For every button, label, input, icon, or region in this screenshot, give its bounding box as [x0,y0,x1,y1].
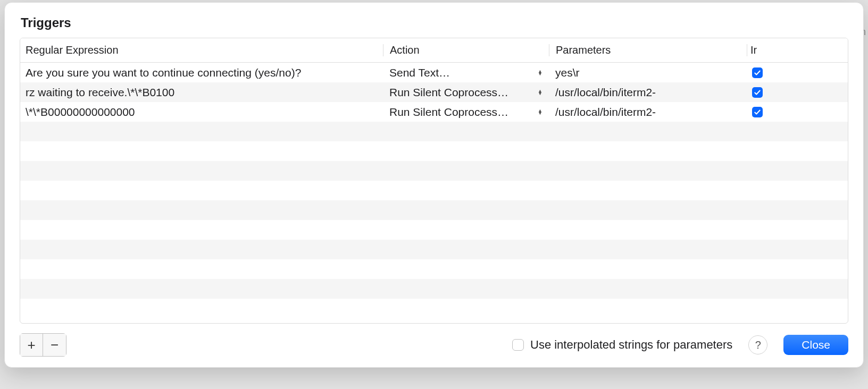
table-body: Are you sure you want to continue connec… [20,63,848,323]
cell-regex[interactable]: \*\*B00000000000000 [20,106,383,119]
dialog-footer: + − Use interpolated strings for paramet… [20,333,848,357]
table-row[interactable]: \*\*B00000000000000Run Silent Coprocess…… [20,102,848,122]
table-row [20,259,848,279]
column-header-action[interactable]: Action [383,44,549,56]
question-icon: ? [755,339,761,351]
column-header-params[interactable]: Parameters [549,44,747,56]
cell-ir[interactable] [747,67,768,78]
cell-action[interactable]: Run Silent Coprocess…▲▼ [383,86,549,99]
table-row[interactable]: rz waiting to receive.\*\*B0100Run Silen… [20,82,848,102]
table-row [20,240,848,259]
popup-stepper-icon: ▲▼ [538,70,542,75]
action-label: Send Text… [389,66,450,79]
table-header: Regular Expression Action Parameters Ir [20,38,848,63]
plus-icon: + [27,337,35,353]
action-label: Run Silent Coprocess… [389,86,508,99]
popup-stepper-icon: ▲▼ [538,109,542,115]
add-button[interactable]: + [20,333,43,357]
add-remove-group: + − [20,333,66,357]
cell-params[interactable]: yes\r [549,66,747,79]
table-row [20,279,848,299]
triggers-table: Regular Expression Action Parameters Ir … [20,38,848,324]
cell-ir[interactable] [747,107,768,117]
cell-action[interactable]: Run Silent Coprocess…▲▼ [383,106,549,119]
table-row [20,220,848,240]
cell-action[interactable]: Send Text…▲▼ [383,66,549,79]
cell-ir[interactable] [747,87,768,98]
help-button[interactable]: ? [748,335,767,354]
table-row [20,141,848,161]
table-row [20,181,848,200]
cell-params[interactable]: /usr/local/bin/iterm2- [549,86,747,99]
checkbox-icon [512,339,524,351]
action-label: Run Silent Coprocess… [389,106,508,119]
remove-button[interactable]: − [43,333,66,357]
checkmark-icon [752,67,763,78]
minus-icon: − [51,337,59,353]
column-header-regex[interactable]: Regular Expression [20,44,383,56]
close-button[interactable]: Close [783,335,848,355]
interpolated-strings-label: Use interpolated strings for parameters [530,338,732,352]
cell-regex[interactable]: rz waiting to receive.\*\*B0100 [20,86,383,99]
table-row [20,161,848,181]
checkmark-icon [752,107,763,117]
table-row [20,200,848,220]
cell-params[interactable]: /usr/local/bin/iterm2- [549,106,747,119]
popup-stepper-icon: ▲▼ [538,90,542,95]
column-header-ir[interactable]: Ir [747,44,768,56]
table-row [20,122,848,141]
triggers-sheet: Triggers Regular Expression Action Param… [4,2,864,368]
table-row[interactable]: Are you sure you want to continue connec… [20,63,848,82]
page-title: Triggers [21,15,848,30]
cell-regex[interactable]: Are you sure you want to continue connec… [20,66,383,79]
interpolated-strings-checkbox[interactable]: Use interpolated strings for parameters [512,338,732,352]
checkmark-icon [752,87,763,98]
